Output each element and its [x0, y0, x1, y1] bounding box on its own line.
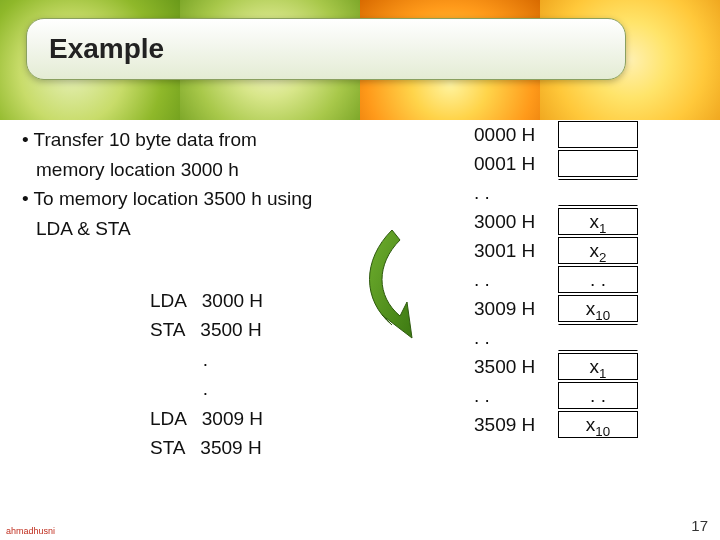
mem-val: x1	[558, 353, 638, 380]
mem-row: . .	[470, 323, 638, 352]
mem-val	[558, 121, 638, 148]
mem-val	[558, 179, 638, 206]
bullet-list: Transfer 10 byte data from memory locati…	[22, 126, 382, 244]
mem-val: . .	[558, 382, 638, 409]
mem-val: x2	[558, 237, 638, 264]
mem-val: x1	[558, 208, 638, 235]
memory-table: 0000 H0001 H. .3000 Hx13001 Hx2. .. .300…	[470, 120, 638, 439]
mem-row: 0000 H	[470, 120, 638, 149]
code-line: LDA 3009 H	[150, 404, 263, 433]
mem-addr: . .	[470, 269, 558, 291]
mem-val: x10	[558, 411, 638, 438]
page-number: 17	[691, 517, 708, 534]
mem-addr: 3500 H	[470, 356, 558, 378]
mem-addr: . .	[470, 182, 558, 204]
code-line: .	[150, 374, 263, 403]
mem-row: 0001 H	[470, 149, 638, 178]
mem-addr: . .	[470, 385, 558, 407]
code-line: LDA 3000 H	[150, 286, 263, 315]
mem-addr: 0001 H	[470, 153, 558, 175]
code-line: STA 3509 H	[150, 433, 263, 462]
mem-addr: . .	[470, 327, 558, 349]
code-block: LDA 3000 H STA 3500 H . . LDA 3009 H STA…	[150, 286, 263, 463]
bullet-2-cont: LDA & STA	[36, 215, 382, 243]
slide-title: Example	[49, 33, 164, 65]
code-line: STA 3500 H	[150, 315, 263, 344]
bullet-1: Transfer 10 byte data from	[22, 126, 382, 154]
mem-row: . .. .	[470, 381, 638, 410]
mem-row: 3001 Hx2	[470, 236, 638, 265]
mem-row: 3000 Hx1	[470, 207, 638, 236]
mem-val: . .	[558, 266, 638, 293]
mem-val	[558, 324, 638, 351]
mem-row: 3009 Hx10	[470, 294, 638, 323]
mem-addr: 3009 H	[470, 298, 558, 320]
mem-row: 3500 Hx1	[470, 352, 638, 381]
mem-val	[558, 150, 638, 177]
mem-addr: 3509 H	[470, 414, 558, 436]
mem-addr: 3001 H	[470, 240, 558, 262]
mem-addr: 0000 H	[470, 124, 558, 146]
title-pill: Example	[26, 18, 626, 80]
bullet-1-cont: memory location 3000 h	[36, 156, 382, 184]
footer-author: ahmadhusni	[6, 526, 55, 536]
bullet-2: To memory location 3500 h using	[22, 185, 382, 213]
mem-addr: 3000 H	[470, 211, 558, 233]
mem-row: 3509 Hx10	[470, 410, 638, 439]
code-line: .	[150, 345, 263, 374]
mem-row: . .	[470, 178, 638, 207]
mem-row: . .. .	[470, 265, 638, 294]
mem-val: x10	[558, 295, 638, 322]
